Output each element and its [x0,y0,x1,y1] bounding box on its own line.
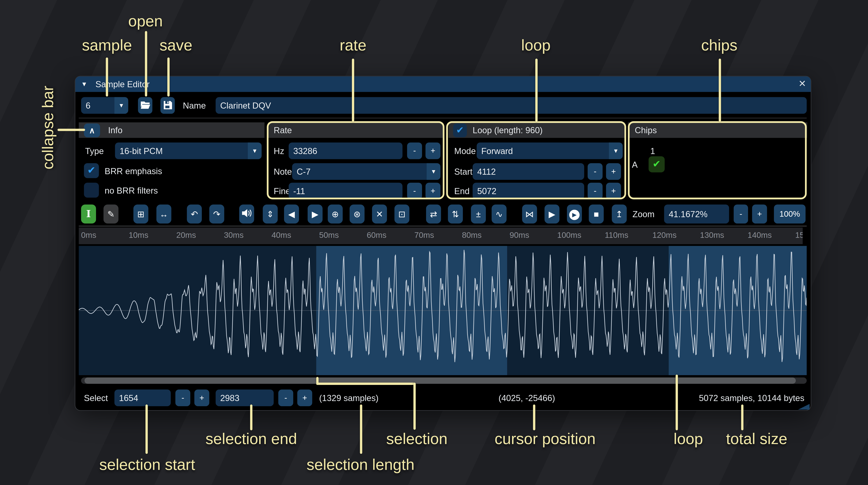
time-ruler[interactable]: 0ms10ms20ms30ms40ms50ms60ms70ms80ms90ms1… [79,228,803,244]
info-header: Info [108,122,123,138]
pencil-button[interactable]: ✎ [103,204,118,223]
annotation-total-size: total size [726,430,787,448]
selection-start-input[interactable]: 1654 [115,390,171,406]
ruler-label: 120ms [652,230,677,239]
apply-silence-icon: ⊛ [353,209,361,219]
window-titlebar[interactable]: ▼ Sample Editor ✕ [75,76,811,92]
resample-button[interactable]: ↔ [156,204,172,223]
brr-emphasis-label: BRR emphasis [105,163,162,179]
no-brr-filters-checkbox[interactable] [84,183,99,198]
annotation-open: open [128,13,163,31]
export-button[interactable]: ↥ [612,204,627,223]
insert-silence-button[interactable]: ⊕ [328,204,343,223]
edit-cursor-button[interactable]: I [81,204,96,223]
type-dropdown[interactable]: 16-bit PCM ▼ [115,142,261,159]
zoom-out-button[interactable]: - [734,204,748,223]
annotation-line-total-size [741,405,743,430]
annotation-sample: sample [82,37,132,55]
annotation-line-save [167,57,169,96]
annotation-selection-start: selection start [99,456,195,474]
save-button[interactable] [160,97,175,114]
fade-in-icon: ◀ [288,209,295,219]
crossfade-button[interactable]: ⋈ [522,204,537,223]
resample-icon: ↔ [159,209,168,219]
brr-emphasis-checkbox[interactable]: ✔ [84,163,99,178]
annotation-box-loop [446,121,626,199]
signed-unsigned-button[interactable]: ± [471,204,486,223]
invert-button[interactable]: ⇅ [448,204,463,223]
no-brr-filters-label: no BRR filters [105,182,158,199]
preview-play-button[interactable]: ▶ [545,204,559,223]
close-icon[interactable]: ✕ [798,78,806,89]
filter-button[interactable]: ∿ [492,204,506,223]
trim-icon: ⊡ [398,209,406,219]
annotation-line-collapse-bar [58,129,85,131]
fade-out-button[interactable]: ▶ [308,204,322,223]
type-label: Type [85,142,104,159]
zoom-in-button[interactable]: + [752,204,767,223]
delete-button[interactable]: ✕ [372,204,387,223]
selection-end-value: 2983 [216,393,239,402]
annotation-line-loop-top [535,59,537,122]
reverse-button[interactable]: ⇄ [426,204,441,223]
ruler-label: 130ms [700,230,724,239]
normalize-button[interactable]: ⇕ [263,204,278,223]
name-input[interactable]: Clarinet DQV [216,97,807,114]
play-circle-button[interactable]: ▶ [567,204,582,223]
scrollbar-thumb[interactable] [85,378,796,384]
ruler-label: 150ms [795,230,803,239]
chevron-down-icon[interactable]: ▼ [248,142,261,159]
sample-number-dropdown[interactable]: 6 ▼ [81,97,128,114]
ruler-label: 100ms [557,230,581,239]
zoom-reset-button[interactable]: 100% [774,204,806,223]
name-label: Name [183,97,206,114]
selection-start-value: 1654 [115,393,138,402]
apply-silence-button[interactable]: ⊛ [350,204,365,223]
export-icon: ↥ [616,209,623,219]
undo-button[interactable]: ↶ [187,204,202,223]
annotation-line-selection-elbow-2 [316,383,415,385]
pencil-icon: ✎ [107,209,115,219]
annotation-line-sample [106,57,108,96]
resize-grip[interactable] [798,404,809,410]
delete-icon: ✕ [376,209,383,219]
zoom-input[interactable]: 41.1672% [664,204,729,223]
fade-in-button[interactable]: ◀ [284,204,299,223]
ruler-label: 60ms [367,230,386,239]
annotation-selection-end: selection end [206,430,297,448]
ruler-label: 80ms [462,230,482,239]
selection-length-text: (1329 samples) [319,390,378,406]
trim-button[interactable]: ⊡ [395,204,409,223]
ruler-label: 40ms [272,230,291,239]
ruler-label: 10ms [129,230,148,239]
selection-end-plus-button[interactable]: + [297,390,312,406]
crossfade-icon: ⋈ [525,209,534,219]
window-collapse-icon[interactable]: ▼ [81,80,87,88]
collapse-bar-button[interactable]: ∧ [84,124,100,137]
annotation-chips: chips [701,37,738,55]
horizontal-scrollbar[interactable] [81,378,807,384]
preview-play-icon: ▶ [549,209,555,219]
resize-button[interactable]: ⊞ [133,204,148,223]
annotation-selection-length: selection length [307,456,414,474]
waveform-display[interactable] [79,246,807,375]
selection-start-minus-button[interactable]: - [175,390,190,406]
filter-icon: ∿ [495,209,503,219]
stop-icon: ■ [594,209,599,219]
type-value: 16-bit PCM [115,146,163,156]
annotation-box-chips [628,121,807,199]
name-value: Clarinet DQV [216,101,271,110]
selection-end-input[interactable]: 2983 [216,390,274,406]
redo-button[interactable]: ↷ [209,204,224,223]
chevron-down-icon[interactable]: ▼ [115,97,128,114]
open-button[interactable] [138,97,152,114]
signed-unsigned-icon: ± [476,209,481,219]
selection-start-plus-button[interactable]: + [194,390,209,406]
amplify-speaker-button[interactable] [239,204,254,223]
ruler-label: 110ms [605,230,628,239]
selection-end-minus-button[interactable]: - [278,390,293,406]
annotation-cursor-position: cursor position [495,430,596,448]
stop-button[interactable]: ■ [589,204,604,223]
redo-icon: ↷ [213,209,220,219]
annotation-line-selection-end [250,405,252,430]
